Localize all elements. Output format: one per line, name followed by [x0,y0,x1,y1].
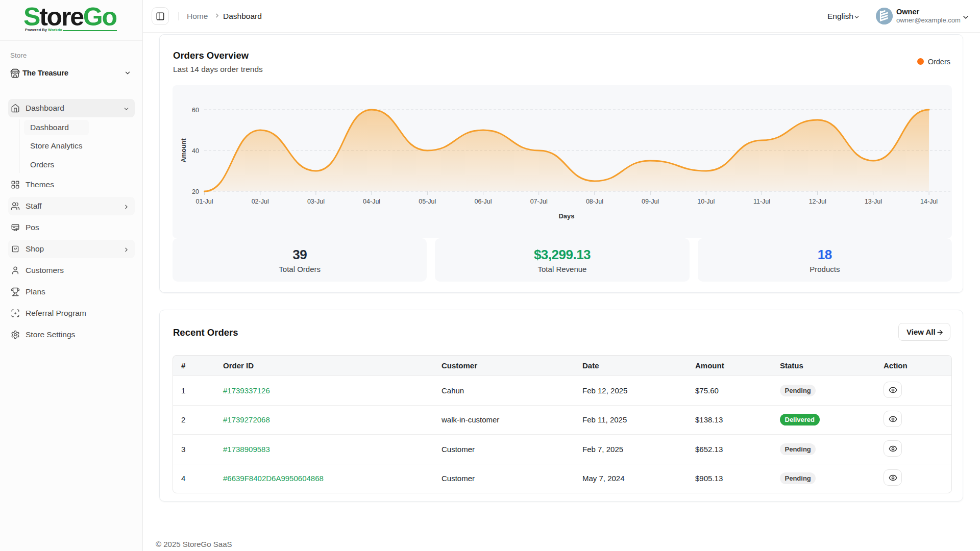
svg-text:03-Jul: 03-Jul [307,198,325,205]
svg-text:01-Jul: 01-Jul [195,198,213,205]
svg-text:13-Jul: 13-Jul [865,198,882,205]
svg-text:40: 40 [192,147,199,155]
svg-text:06-Jul: 06-Jul [474,198,492,205]
svg-text:14-Jul: 14-Jul [920,198,938,205]
svg-text:Days: Days [558,212,574,220]
svg-text:07-Jul: 07-Jul [530,198,548,205]
svg-text:11-Jul: 11-Jul [753,198,770,205]
svg-text:04-Jul: 04-Jul [363,198,380,205]
svg-text:08-Jul: 08-Jul [586,198,603,205]
svg-text:09-Jul: 09-Jul [642,198,659,205]
svg-text:Amount: Amount [180,138,187,163]
svg-text:12-Jul: 12-Jul [809,198,826,205]
svg-text:05-Jul: 05-Jul [419,198,436,205]
svg-text:02-Jul: 02-Jul [252,198,269,205]
svg-text:60: 60 [192,107,199,114]
svg-text:10-Jul: 10-Jul [697,198,715,205]
svg-text:20: 20 [192,188,199,195]
